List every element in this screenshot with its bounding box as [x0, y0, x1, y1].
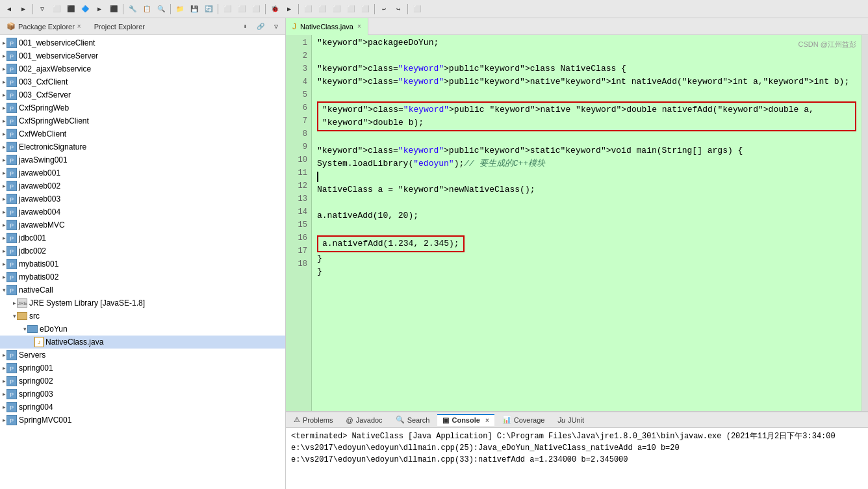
tree-item-NativeClass[interactable]: JNativeClass.java	[0, 336, 285, 349]
tree-item-javaweb001[interactable]: ▸ Pjavaweb001	[0, 166, 285, 179]
tree-item-ElectronicSignature[interactable]: ▸ PElectronicSignature	[0, 140, 285, 153]
editor-tab-nativeclass[interactable]: J NativeClass.java ×	[286, 18, 368, 35]
bottom-tab-console[interactable]: ▣ Console ×	[437, 414, 494, 426]
boxed-line-15: a.nativefAdd(1.234, 2.345);	[317, 235, 465, 252]
tree-item-eDoYun[interactable]: ▾ eDoYun	[0, 323, 285, 336]
tree-item-mybatis002[interactable]: ▸ Pmybatis002	[0, 271, 285, 284]
tree-item-CxfSpringWeb[interactable]: ▸ PCxfSpringWeb	[0, 101, 285, 114]
tb16[interactable]: 🐞	[268, 3, 281, 16]
tb21[interactable]: ⬜	[344, 3, 357, 16]
tb6[interactable]: ⬛	[107, 3, 120, 16]
tb4[interactable]: 🔷	[79, 3, 92, 16]
code-line-16: }	[317, 252, 856, 265]
bottom-tab-javadoc[interactable]: @ Javadoc	[340, 415, 387, 425]
tree-item-spring004[interactable]: ▸ Pspring004	[0, 401, 285, 414]
tb11[interactable]: 💾	[188, 3, 201, 16]
tb3[interactable]: ⬛	[64, 3, 77, 16]
sidebar-menu-btn[interactable]: ▽	[270, 20, 283, 33]
coverage-icon: 📊	[502, 416, 511, 424]
tb23[interactable]: ↩	[377, 3, 390, 16]
tree-item-nativeCall[interactable]: ▾ PnativeCall	[0, 284, 285, 297]
tree-item-002_ajaxWebservice[interactable]: ▸ P002_ajaxWebservice	[0, 62, 285, 75]
editor-tab-close[interactable]: ×	[357, 23, 361, 30]
problems-label: Problems	[303, 416, 333, 424]
tb22[interactable]: ⬜	[359, 3, 372, 16]
toolbar-fwd[interactable]: ▶	[17, 3, 30, 16]
tree-item-javaweb004[interactable]: ▸ Pjavaweb004	[0, 205, 285, 218]
code-line-11: NativeClass a = "keyword">new NativeClas…	[317, 183, 856, 196]
link-editor-btn[interactable]: 🔗	[254, 20, 267, 33]
tree-item-003_CxfClient[interactable]: ▸ P003_CxfClient	[0, 75, 285, 88]
tree-item-001_webserviceServer[interactable]: ▸ P001_webserviceServer	[0, 49, 285, 62]
tree-item-label: jdbc001	[19, 233, 46, 243]
tb24[interactable]: ↪	[392, 3, 405, 16]
package-explorer-close[interactable]: ×	[77, 23, 81, 30]
tb19[interactable]: ⬜	[316, 3, 329, 16]
tree-item-spring001[interactable]: ▸ Pspring001	[0, 362, 285, 375]
code-text-3: "keyword">class	[317, 62, 393, 75]
tree-item-CxfSpringWebClient[interactable]: ▸ PCxfSpringWebClient	[0, 114, 285, 127]
code-line-6: "keyword">class="keyword">public "keywor…	[317, 101, 856, 131]
bottom-tab-problems[interactable]: ⚠ Problems	[288, 414, 338, 425]
junit-icon: Ju	[557, 416, 565, 424]
code-line-14	[317, 222, 856, 235]
tree-item-Servers[interactable]: ▸ PServers	[0, 349, 285, 362]
tree-item-label: CxfSpringWebClient	[19, 116, 89, 126]
tree-item-jdbc002[interactable]: ▸ Pjdbc002	[0, 244, 285, 258]
tb12[interactable]: 🔄	[202, 3, 215, 16]
tree-item-spring003[interactable]: ▸ Pspring003	[0, 388, 285, 401]
tb2[interactable]: ⬜	[50, 3, 63, 16]
tree-item-001_webserviceClient[interactable]: ▸ P001_webserviceClient	[0, 36, 285, 49]
code-line-5	[317, 88, 856, 101]
tree-item-javaweb002[interactable]: ▸ Pjavaweb002	[0, 179, 285, 192]
tb10[interactable]: 📁	[173, 3, 186, 16]
tb25[interactable]: ⬜	[411, 3, 424, 16]
vertical-scrollbar[interactable]	[862, 35, 868, 411]
tree-item-javaweb003[interactable]: ▸ Pjavaweb003	[0, 192, 285, 205]
sidebar-tab-package-explorer[interactable]: 📦 Package Explorer ×	[3, 21, 85, 32]
tree-item-jre[interactable]: ▸ JREJRE System Library [JavaSE-1.8]	[0, 297, 285, 310]
tree-item-src[interactable]: ▾ src	[0, 310, 285, 323]
editor-content[interactable]: 123456789101112131415161718 "keyword">pa…	[286, 35, 868, 411]
bottom-tab-search[interactable]: 🔍 Search	[390, 414, 435, 425]
tb7[interactable]: 🔧	[126, 3, 139, 16]
collapse-all-btn[interactable]: ⬇	[238, 20, 251, 33]
tb15[interactable]: ⬜	[249, 3, 262, 16]
tree-item-spring002[interactable]: ▸ Pspring002	[0, 375, 285, 388]
tree-item-mybatis001[interactable]: ▸ Pmybatis001	[0, 258, 285, 271]
problems-icon: ⚠	[294, 416, 300, 424]
console-line: e:\vs2017\edoyun\edoyun\dllmain.cpp(33):…	[291, 454, 863, 466]
console-close[interactable]: ×	[485, 417, 489, 424]
search-label: Search	[407, 416, 430, 424]
code-line-17: }	[317, 265, 856, 278]
tb14[interactable]: ⬜	[235, 3, 248, 16]
editor-tab-label: NativeClass.java	[300, 23, 353, 31]
code-lines[interactable]: "keyword">package eDoYun; "keyword">clas…	[312, 35, 862, 411]
tb13[interactable]: ⬜	[221, 3, 234, 16]
editor-area: J NativeClass.java × 1234567891011121314…	[286, 18, 868, 411]
tb8[interactable]: 📋	[140, 3, 153, 16]
bottom-panel: ⚠ Problems @ Javadoc 🔍 Search ▣ Console …	[286, 411, 868, 489]
toolbar: ◀ ▶ ▽ ⬜ ⬛ 🔷 ▶ ⬛ 🔧 📋 🔍 📁 💾 🔄 ⬜ ⬜ ⬜ 🐞 ▶ ⬜ …	[0, 0, 868, 18]
tree-item-javaSwing001[interactable]: ▸ PjavaSwing001	[0, 153, 285, 166]
tb1[interactable]: ▽	[36, 3, 49, 16]
bottom-tab-junit[interactable]: Ju JUnit	[552, 415, 589, 425]
toolbar-back[interactable]: ◀	[3, 3, 16, 16]
tree-item-003_CxfServer[interactable]: ▸ P003_CxfServer	[0, 88, 285, 101]
sidebar-tab-project-explorer[interactable]: Project Explorer	[90, 21, 149, 32]
tree-item-javawebMVC[interactable]: ▸ PjavawebMVC	[0, 218, 285, 231]
code-area: 123456789101112131415161718 "keyword">pa…	[286, 35, 868, 411]
tree-item-SpringMVC001[interactable]: ▸ PSpringMVC001	[0, 414, 285, 427]
tree-item-jdbc001[interactable]: ▸ Pjdbc001	[0, 231, 285, 244]
code-text-7	[317, 131, 322, 144]
tb5[interactable]: ▶	[93, 3, 106, 16]
tb18[interactable]: ⬜	[301, 3, 314, 16]
tb17[interactable]: ▶	[283, 3, 296, 16]
tb20[interactable]: ⬜	[330, 3, 343, 16]
code-line-3: "keyword">class="keyword">public "keywor…	[317, 62, 856, 75]
tree-item-label: 001_webserviceClient	[19, 38, 95, 47]
bottom-tab-coverage[interactable]: 📊 Coverage	[497, 414, 550, 425]
tree-item-CxfWebClient[interactable]: ▸ PCxfWebClient	[0, 127, 285, 140]
tb9[interactable]: 🔍	[155, 3, 168, 16]
code-line-1: "keyword">package eDoYun;	[317, 36, 856, 49]
